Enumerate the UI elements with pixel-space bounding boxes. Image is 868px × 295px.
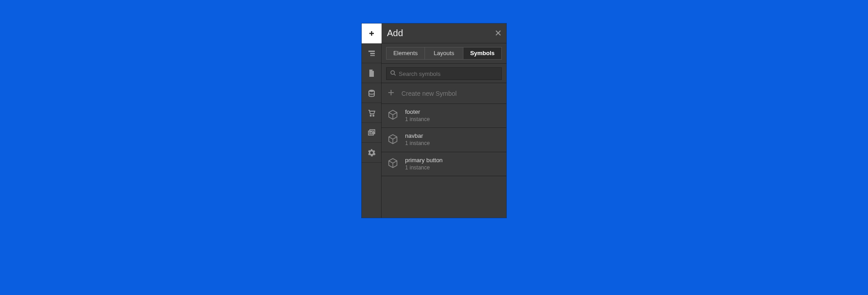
iconbar-add[interactable] xyxy=(362,23,382,43)
close-icon xyxy=(495,29,501,37)
svg-point-6 xyxy=(373,115,374,116)
svg-point-9 xyxy=(391,71,395,75)
search-box[interactable] xyxy=(386,67,502,80)
symbol-meta: 1 instance xyxy=(405,164,443,172)
symbol-item[interactable]: primary button 1 instance xyxy=(382,152,506,176)
symbol-meta: 1 instance xyxy=(405,140,430,147)
symbol-meta: 1 instance xyxy=(405,116,430,123)
iconbar-ecommerce[interactable] xyxy=(362,103,382,123)
cube-icon xyxy=(387,109,399,122)
database-icon xyxy=(368,89,376,97)
iconbar-pages[interactable] xyxy=(362,63,382,83)
search-row xyxy=(382,64,506,83)
svg-point-5 xyxy=(370,115,372,116)
iconbar-assets[interactable] xyxy=(362,123,382,143)
svg-rect-3 xyxy=(370,55,375,56)
add-panel-window: Add Elements Layouts Symbols xyxy=(362,23,506,218)
search-icon xyxy=(390,70,399,78)
tabs-row: Elements Layouts Symbols xyxy=(382,43,506,64)
search-input[interactable] xyxy=(399,70,498,77)
symbol-item-texts: footer 1 instance xyxy=(405,108,430,123)
cube-icon xyxy=(387,133,399,147)
svg-rect-2 xyxy=(370,53,375,54)
svg-point-4 xyxy=(369,89,374,92)
panel-header: Add xyxy=(382,23,506,43)
symbol-name: footer xyxy=(405,108,430,116)
tab-layouts[interactable]: Layouts xyxy=(425,47,463,59)
iconbar-cms[interactable] xyxy=(362,83,382,103)
cube-icon xyxy=(387,157,399,171)
left-iconbar xyxy=(362,23,382,218)
symbol-name: navbar xyxy=(405,132,430,140)
plus-icon xyxy=(368,30,375,37)
close-button[interactable] xyxy=(495,30,501,37)
plus-icon xyxy=(388,89,394,97)
panel-title: Add xyxy=(387,28,403,38)
page-icon xyxy=(368,69,376,77)
images-icon xyxy=(368,129,376,137)
add-panel: Add Elements Layouts Symbols xyxy=(382,23,506,218)
symbol-item[interactable]: navbar 1 instance xyxy=(382,128,506,152)
tabs: Elements Layouts Symbols xyxy=(386,47,502,60)
navigator-icon xyxy=(368,49,376,57)
symbol-list: footer 1 instance navbar 1 instance xyxy=(382,104,506,176)
symbol-item-texts: navbar 1 instance xyxy=(405,132,430,147)
symbol-item-texts: primary button 1 instance xyxy=(405,157,443,171)
svg-rect-1 xyxy=(368,51,375,52)
create-symbol-button[interactable]: Create new Symbol xyxy=(382,83,506,104)
cart-icon xyxy=(368,109,376,117)
tab-elements[interactable]: Elements xyxy=(387,47,425,59)
symbol-item[interactable]: footer 1 instance xyxy=(382,104,506,128)
iconbar-settings[interactable] xyxy=(362,143,382,163)
symbol-name: primary button xyxy=(405,157,443,164)
create-symbol-label: Create new Symbol xyxy=(401,90,457,97)
gear-icon xyxy=(368,149,376,157)
tab-symbols[interactable]: Symbols xyxy=(463,47,501,59)
iconbar-navigator[interactable] xyxy=(362,43,382,63)
